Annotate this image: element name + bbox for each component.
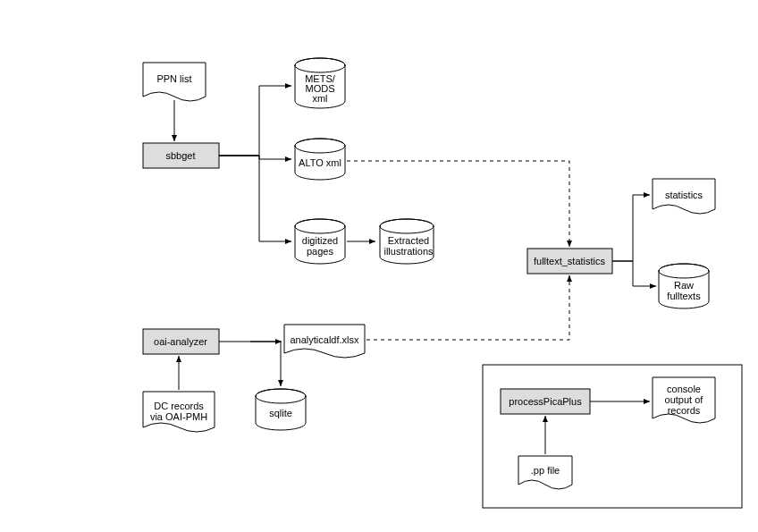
edge-fulltext-raw — [612, 261, 656, 286]
svg-text:PPN list: PPN list — [156, 73, 191, 84]
svg-text:sqlite: sqlite — [269, 408, 292, 418]
node-fulltext-statistics: fulltext_statistics — [527, 249, 612, 274]
node-raw-fulltexts: Raw fulltexts — [659, 264, 709, 308]
node-console-output: console output of records — [653, 377, 715, 423]
svg-text:output of: output of — [665, 394, 704, 405]
edge-sbbget-mets — [219, 86, 291, 156]
node-sbbget: sbbget — [143, 143, 219, 168]
svg-text:analyticaldf.xlsx: analyticaldf.xlsx — [290, 334, 359, 345]
node-processpicaplus: processPicaPlus — [501, 389, 590, 414]
svg-text:Extracted: Extracted — [388, 235, 429, 246]
svg-text:.pp file: .pp file — [531, 465, 560, 476]
node-sqlite: sqlite — [256, 389, 306, 430]
svg-text:console: console — [667, 384, 701, 394]
svg-text:fulltext_statistics: fulltext_statistics — [534, 256, 606, 266]
svg-text:records: records — [668, 405, 701, 416]
node-dc-records: DC records via OAI-PMH — [143, 392, 215, 432]
svg-text:via OAI-PMH: via OAI-PMH — [150, 411, 207, 422]
svg-text:ALTO xml: ALTO xml — [299, 157, 341, 168]
node-ppn-list: PPN list — [143, 63, 206, 101]
node-mets-mods: METS/ MODS xml — [295, 58, 345, 108]
svg-text:xml: xml — [312, 93, 327, 104]
svg-text:fulltexts: fulltexts — [667, 291, 701, 301]
node-analyticaldf: analyticaldf.xlsx — [284, 325, 365, 358]
node-digitized-pages: digitized pages — [295, 219, 345, 264]
node-oai-analyzer: oai-analyzer — [143, 329, 219, 354]
edge-sbbget-digitized — [219, 156, 291, 241]
edge-sbbget-alto — [219, 156, 291, 159]
node-statistics: statistics — [653, 179, 715, 214]
svg-text:processPicaPlus: processPicaPlus — [509, 396, 582, 407]
edge-analytical-fulltext — [366, 275, 569, 340]
svg-text:illustrations: illustrations — [383, 246, 434, 257]
svg-text:statistics: statistics — [665, 190, 703, 200]
flow-diagram: PPN list sbbget METS/ MODS xml ALTO xml … — [0, 0, 758, 532]
svg-text:DC records: DC records — [154, 401, 204, 411]
edge-fulltext-stats — [612, 195, 650, 261]
node-extracted-illustrations: Extracted illustrations — [380, 219, 434, 264]
svg-text:pages: pages — [307, 246, 333, 257]
svg-text:oai-analyzer: oai-analyzer — [154, 336, 207, 347]
svg-text:digitized: digitized — [302, 235, 338, 246]
svg-text:sbbget: sbbget — [165, 150, 195, 161]
svg-text:Raw: Raw — [674, 280, 694, 291]
node-alto-xml: ALTO xml — [295, 139, 345, 180]
node-pp-file: .pp file — [518, 456, 572, 489]
